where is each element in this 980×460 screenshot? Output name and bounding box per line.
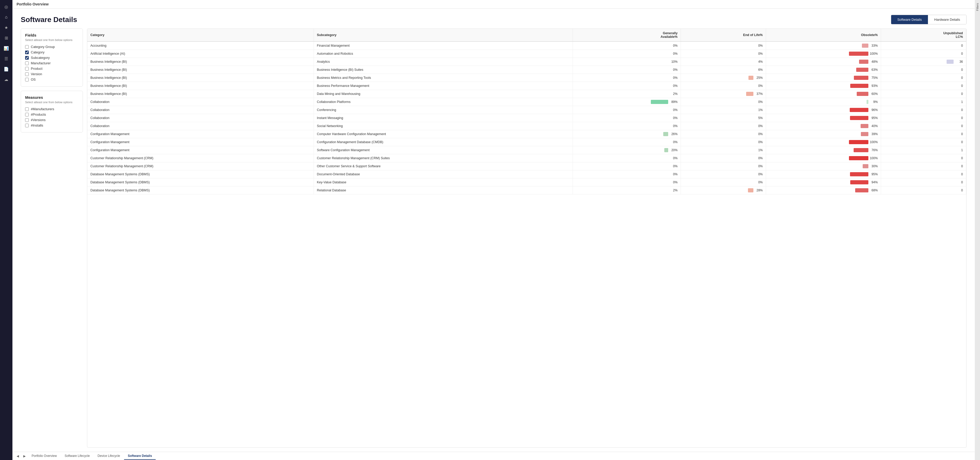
top-bar: Portfolio Overview	[13, 0, 975, 8]
cell-subcategory: Social Networking	[313, 122, 573, 130]
cell-bar: 0%	[681, 154, 766, 162]
field-version-checkbox[interactable]	[25, 72, 29, 76]
bottom-nav-next[interactable]: ▶	[21, 453, 27, 459]
cell-bar: 0%	[573, 66, 681, 74]
field-category-group-checkbox[interactable]	[25, 45, 29, 49]
table-row: Business Intelligence (BI)Business Perfo…	[87, 82, 966, 90]
table-row: CollaborationInstant Messaging0%5%95%0	[87, 114, 966, 122]
cell-bar: 95%	[766, 170, 881, 178]
cell-bar: 0	[881, 138, 966, 146]
cell-bar: 100%	[766, 50, 881, 58]
table-header-row: Category Subcategory GenerallyAvailable%…	[87, 29, 966, 42]
field-subcategory-checkbox[interactable]	[25, 56, 29, 60]
cell-subcategory: Business Metrics and Reporting Tools	[313, 74, 573, 82]
nav-home[interactable]: ⌂	[2, 13, 11, 22]
measure-manufacturers-checkbox[interactable]	[25, 107, 29, 111]
cell-bar: 93%	[766, 82, 881, 90]
measure-products[interactable]: #Products	[25, 112, 78, 117]
nav-grid[interactable]: ⊞	[2, 33, 11, 43]
data-table: Category Subcategory GenerallyAvailable%…	[87, 29, 966, 195]
cell-bar: 0%	[681, 178, 766, 187]
cell-bar: 0	[881, 187, 966, 195]
tab-software-details[interactable]: Software Details	[891, 15, 928, 24]
cell-subcategory: Automation and Robotics	[313, 50, 573, 58]
bottom-tab-software-lifecycle[interactable]: Software Lifecycle	[61, 452, 93, 460]
cell-category: Business Intelligence (BI)	[87, 74, 313, 82]
measures-box: Measures Select atleast one from below o…	[21, 91, 83, 133]
table-row: Database Management Systems (DBMS)Key-Va…	[87, 178, 966, 187]
cell-bar: 0%	[573, 106, 681, 114]
measure-installs-checkbox[interactable]	[25, 124, 29, 127]
cell-subcategory: Collaboration Platforms	[313, 98, 573, 106]
cell-bar: 0%	[573, 42, 681, 50]
nav-cloud[interactable]: ☁	[2, 75, 11, 84]
cell-category: Collaboration	[87, 114, 313, 122]
field-product[interactable]: Product	[25, 66, 78, 71]
cell-category: Database Management Systems (DBMS)	[87, 178, 313, 187]
cell-bar: 0%	[681, 138, 766, 146]
field-version[interactable]: Version	[25, 71, 78, 77]
cell-bar: 0	[881, 162, 966, 170]
cell-bar: 0	[881, 90, 966, 98]
field-category[interactable]: Category	[25, 50, 78, 55]
measure-versions-checkbox[interactable]	[25, 118, 29, 122]
filters-label[interactable]: Filters	[976, 3, 979, 11]
cell-bar: 0%	[573, 178, 681, 187]
measure-manufacturers[interactable]: #Manufacturers	[25, 106, 78, 112]
cell-bar: 40%	[766, 122, 881, 130]
cell-bar: 33%	[766, 42, 881, 50]
cell-subcategory: Conferencing	[313, 106, 573, 114]
field-subcategory[interactable]: Subcategory	[25, 55, 78, 61]
table-row: Artificial Intelligence (AI)Automation a…	[87, 50, 966, 58]
field-os[interactable]: OS	[25, 77, 78, 82]
table-row: CollaborationCollaboration Platforms89%0…	[87, 98, 966, 106]
measure-products-checkbox[interactable]	[25, 113, 29, 117]
right-filters[interactable]: Filters	[975, 0, 980, 460]
cell-bar: 0	[881, 106, 966, 114]
cell-bar: 0	[881, 114, 966, 122]
field-manufacturer-checkbox[interactable]	[25, 61, 29, 65]
field-os-checkbox[interactable]	[25, 78, 29, 81]
field-category-group[interactable]: Category Group	[25, 44, 78, 50]
col-subcategory: Subcategory	[313, 29, 573, 42]
cell-bar: 95%	[766, 114, 881, 122]
field-category-checkbox[interactable]	[25, 51, 29, 54]
nav-star[interactable]: ★	[2, 23, 11, 32]
main-content: Portfolio Overview Software Details Soft…	[13, 0, 975, 460]
measure-versions[interactable]: #Versions	[25, 117, 78, 123]
col-category: Category	[87, 29, 313, 42]
nav-list[interactable]: ☰	[2, 54, 11, 63]
bottom-nav-prev[interactable]: ◀	[14, 453, 21, 459]
cell-subcategory: Analytics	[313, 58, 573, 66]
bottom-tab-software-details[interactable]: Software Details	[124, 452, 155, 460]
bottom-tab-portfolio[interactable]: Portfolio Overview	[28, 452, 60, 460]
data-table-area[interactable]: Category Subcategory GenerallyAvailable%…	[87, 29, 967, 447]
field-manufacturer[interactable]: Manufacturer	[25, 61, 78, 66]
field-product-checkbox[interactable]	[25, 67, 29, 70]
cell-subcategory: Relational Database	[313, 187, 573, 195]
table-row: Configuration ManagementConfiguration Ma…	[87, 138, 966, 146]
col-eol: End of Life%	[681, 29, 766, 42]
cell-bar: 0%	[681, 170, 766, 178]
cell-bar: 0%	[573, 50, 681, 58]
cell-bar: 0%	[573, 122, 681, 130]
app-title: Portfolio Overview	[17, 2, 49, 6]
nav-chart[interactable]: 📊	[2, 43, 11, 53]
cell-bar: 6%	[681, 66, 766, 74]
table-row: Customer Relationship Management (CRM)Ot…	[87, 162, 966, 170]
table-row: Database Management Systems (DBMS)Relati…	[87, 187, 966, 195]
body-layout: Fields Select atleast one from below opt…	[13, 29, 975, 452]
cell-subcategory: Computer Hardware Configuration Manageme…	[313, 130, 573, 138]
cell-category: Collaboration	[87, 106, 313, 114]
table-row: Business Intelligence (BI)Data Mining an…	[87, 90, 966, 98]
cell-bar: 1	[881, 146, 966, 154]
cell-bar: 0%	[681, 42, 766, 50]
bottom-tab-device-lifecycle[interactable]: Device Lifecycle	[94, 452, 124, 460]
measure-installs[interactable]: #Installs	[25, 123, 78, 128]
fields-panel: Fields Select atleast one from below opt…	[21, 29, 83, 447]
nav-doc[interactable]: 📄	[2, 64, 11, 73]
cell-bar: 100%	[766, 138, 881, 146]
tab-hardware-details[interactable]: Hardware Details	[928, 15, 966, 24]
table-row: Customer Relationship Management (CRM)Cu…	[87, 154, 966, 162]
table-row: Database Management Systems (DBMS)Docume…	[87, 170, 966, 178]
